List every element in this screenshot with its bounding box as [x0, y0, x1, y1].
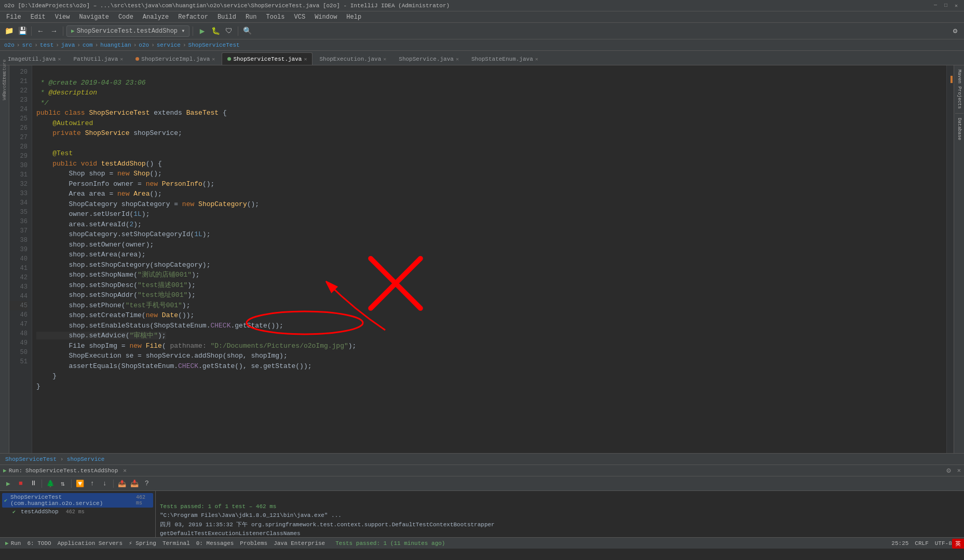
- run-help-btn[interactable]: ?: [142, 479, 152, 489]
- favorites-panel-btn[interactable]: Favorites: [0, 78, 10, 90]
- tests-passed-label: Tests passed: 1 (11 minutes ago): [335, 540, 445, 547]
- tab-shopservice-close[interactable]: ✕: [456, 56, 459, 62]
- menu-bar: File Edit View Navigate Code Analyze Ref…: [0, 11, 964, 23]
- run-settings-btn[interactable]: ⚙: [946, 466, 951, 475]
- status-line-col: 25:25: [891, 540, 908, 547]
- tab-shopservicetest-close[interactable]: ✕: [304, 56, 307, 62]
- nav-shopservicetest[interactable]: ShopServiceTest: [188, 42, 240, 48]
- tab-shopstateenum-close[interactable]: ✕: [535, 56, 538, 62]
- close-button[interactable]: ✕: [953, 2, 960, 9]
- nav-src[interactable]: src: [22, 42, 32, 48]
- input-method-badge[interactable]: 英: [952, 539, 964, 549]
- maven-projects-panel-btn[interactable]: Maven Projects: [955, 65, 963, 114]
- menu-view[interactable]: View: [51, 12, 74, 22]
- toolbar-coverage-btn[interactable]: 🛡: [223, 25, 235, 37]
- status-appservers-btn[interactable]: Application Servers: [58, 540, 123, 547]
- tab-shopstateenum[interactable]: ShopStateEnum.java ✕: [466, 52, 544, 65]
- tab-pathutil-close[interactable]: ✕: [120, 56, 123, 62]
- toolbar-save-btn[interactable]: 💾: [17, 25, 28, 37]
- run-config-name: ShopServiceTest.testAddShop: [25, 468, 118, 474]
- test-class-item[interactable]: ✔ ShopServiceTest (com.huangtian.o2o.ser…: [2, 493, 153, 508]
- run-sort-btn[interactable]: ⇅: [58, 479, 68, 489]
- run-stop-btn[interactable]: ■: [16, 479, 26, 489]
- menu-tools[interactable]: Tools: [262, 12, 289, 22]
- nav-com[interactable]: com: [83, 42, 93, 48]
- run-restart-btn[interactable]: ▶: [3, 479, 13, 489]
- toolbar: 📁 💾 ← → ▶ ShopServiceTest.testAddShop ▾ …: [0, 23, 964, 39]
- run-tree-btn[interactable]: 🌲: [45, 479, 56, 489]
- toolbar-run-btn[interactable]: ▶: [196, 25, 208, 37]
- nav-huangtian[interactable]: huangtian: [100, 42, 131, 48]
- tab-imageutil-close[interactable]: ✕: [58, 56, 61, 62]
- run-pause-btn[interactable]: ⏸: [28, 479, 38, 489]
- status-crlf[interactable]: CRLF: [915, 540, 928, 547]
- tab-imageutil[interactable]: ImageUtil.java ✕: [2, 52, 66, 65]
- web-panel-btn[interactable]: Web: [0, 90, 10, 102]
- menu-navigate[interactable]: Navigate: [75, 12, 113, 22]
- toolbar-run-path[interactable]: ▶ ShopServiceTest.testAddShop ▾: [66, 25, 189, 37]
- tab-shopserviceimpl-close[interactable]: ✕: [212, 56, 215, 62]
- run-close-btn[interactable]: ✕: [957, 467, 961, 474]
- menu-edit[interactable]: Edit: [26, 12, 50, 22]
- tab-shopexecution-close[interactable]: ✕: [383, 56, 386, 62]
- run-tab-close[interactable]: ✕: [123, 467, 127, 474]
- menu-run[interactable]: Run: [241, 12, 261, 22]
- run-status-icon: ▶: [5, 540, 9, 547]
- status-bar: ▶ Run 6: TODO Application Servers ⚡ Spri…: [0, 537, 964, 549]
- status-terminal-btn[interactable]: Terminal: [162, 540, 190, 547]
- run-down-btn[interactable]: ↓: [100, 479, 110, 489]
- run-filter-btn[interactable]: 🔽: [75, 479, 85, 489]
- run-export-btn[interactable]: 📤: [117, 479, 127, 489]
- tab-shopservice[interactable]: ShopService.java ✕: [393, 52, 465, 65]
- nav-o2o2[interactable]: o2o: [139, 42, 149, 48]
- toolbar-open-btn[interactable]: 📁: [3, 25, 15, 37]
- breadcrumb-class[interactable]: ShopServiceTest: [5, 456, 57, 462]
- status-messages-btn[interactable]: 0: Messages: [196, 540, 234, 547]
- menu-help[interactable]: Help: [342, 12, 365, 22]
- menu-build[interactable]: Build: [213, 12, 240, 22]
- tab-shopstateenum-label: ShopStateEnum.java: [471, 56, 533, 62]
- status-javaee-btn[interactable]: Java Enterprise: [274, 540, 325, 547]
- nav-o2o[interactable]: o2o: [4, 42, 15, 48]
- tab-pathutil[interactable]: PathUtil.java ✕: [67, 52, 129, 65]
- database-panel-btn[interactable]: Database: [955, 114, 963, 144]
- editor-right-margin: [946, 65, 954, 453]
- run-up-btn[interactable]: ↑: [87, 479, 98, 489]
- run-panel: ▶ Run: ShopServiceTest.testAddShop ✕ ⚙ ✕…: [0, 465, 964, 537]
- tab-shopservicetest[interactable]: ShopServiceTest.java ✕: [222, 52, 313, 65]
- svg-line-1: [371, 258, 420, 308]
- menu-code[interactable]: Code: [114, 12, 138, 22]
- tab-shopexecution-label: ShopExecution.java: [319, 56, 381, 62]
- test-class-time: 462 ms: [136, 495, 151, 506]
- status-problems-btn[interactable]: Problems: [240, 540, 267, 547]
- tab-imageutil-label: ImageUtil.java: [8, 56, 56, 62]
- breadcrumb-method[interactable]: shopService: [67, 456, 105, 462]
- menu-file[interactable]: File: [2, 12, 25, 22]
- status-spring-btn[interactable]: ⚡ Spring: [129, 540, 156, 547]
- run-config-path: ShopServiceTest.testAddShop ▾: [77, 27, 185, 35]
- toolbar-back-btn[interactable]: ←: [35, 25, 46, 37]
- minimize-button[interactable]: ─: [932, 2, 939, 9]
- tab-shopserviceimpl[interactable]: ShopServiceImpl.java ✕: [130, 52, 221, 65]
- toolbar-forward-btn[interactable]: →: [48, 25, 60, 37]
- toolbar-search-btn[interactable]: 🔍: [241, 25, 253, 37]
- toolbar-debug-btn[interactable]: 🐛: [210, 25, 221, 37]
- run-import-btn[interactable]: 📥: [129, 479, 140, 489]
- nav-test[interactable]: test: [40, 42, 53, 48]
- tabs-bar: ImageUtil.java ✕ PathUtil.java ✕ ShopSer…: [0, 51, 964, 65]
- tab-shopexecution[interactable]: ShopExecution.java ✕: [314, 52, 392, 65]
- maximize-button[interactable]: □: [942, 2, 949, 9]
- run-tab[interactable]: ▶ Run: ShopServiceTest.testAddShop: [3, 467, 118, 474]
- toolbar-settings-btn[interactable]: ⚙: [949, 25, 961, 37]
- code-editor[interactable]: 20 21 22 ◆23 24 ◆25 26 27 ▶28 29 30 31 3…: [9, 65, 954, 453]
- menu-analyze[interactable]: Analyze: [139, 12, 173, 22]
- status-todo-btn[interactable]: 6: TODO: [27, 540, 51, 547]
- menu-window[interactable]: Window: [310, 12, 341, 22]
- code-content[interactable]: * @create 2019-04-03 23:06 * @descriptio…: [32, 65, 946, 453]
- menu-vcs[interactable]: VCS: [290, 12, 310, 22]
- status-run-btn[interactable]: ▶ Run: [5, 540, 21, 547]
- nav-service[interactable]: service: [157, 42, 181, 48]
- test-method-item[interactable]: ✔ testAddShop 462 ms: [2, 508, 153, 516]
- menu-refactor[interactable]: Refactor: [174, 12, 212, 22]
- nav-java[interactable]: java: [61, 42, 75, 48]
